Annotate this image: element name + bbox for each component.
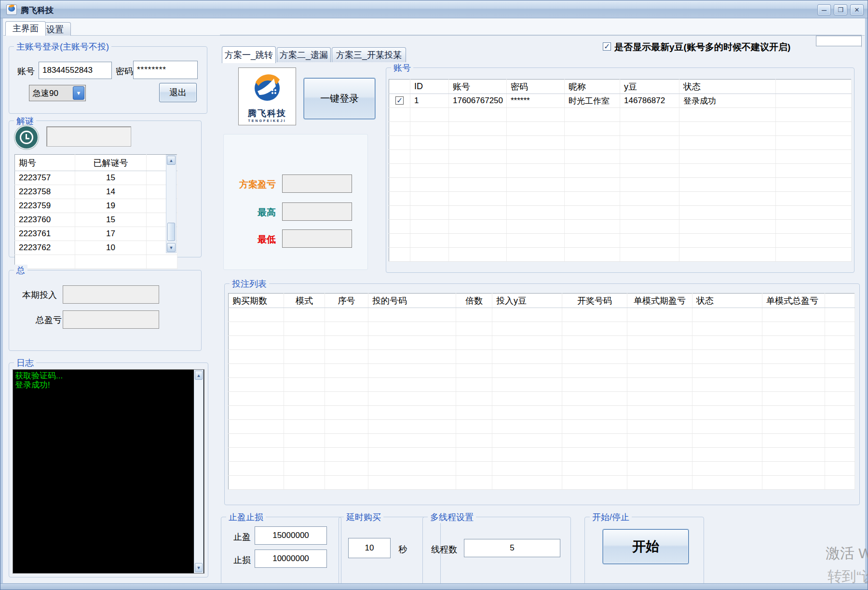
bets-col-status[interactable]: 状态 — [692, 294, 762, 308]
take-profit-label: 止盈 — [233, 531, 251, 543]
bets-col-seq[interactable]: 序号 — [325, 294, 368, 308]
brand-logo: 腾飞科技 TENGFEIKEJI — [238, 67, 296, 125]
empty-row — [389, 248, 852, 262]
table-row[interactable]: 222376210 — [15, 241, 177, 255]
table-row[interactable]: 222376117 — [15, 227, 177, 241]
thread-count-input[interactable]: 5 — [464, 539, 560, 557]
bets-col-draw[interactable]: 开奖号码 — [562, 294, 627, 308]
accounts-col-status[interactable]: 状态 — [679, 80, 776, 94]
empty-row — [389, 108, 852, 122]
window-title: 腾飞科技 — [21, 5, 54, 16]
log-scrollbar[interactable]: ▲ ▼ — [194, 370, 203, 573]
maximize-button-icon[interactable] — [834, 4, 847, 15]
empty-row — [229, 434, 855, 448]
table-row[interactable]: 222375715 — [15, 171, 177, 185]
scheme-max-field — [282, 202, 352, 221]
scroll-up-icon[interactable]: ▲ — [167, 156, 176, 165]
brand-name: 腾飞科技 — [239, 107, 296, 119]
bets-col-mode-total[interactable]: 单模式总盈亏 — [762, 294, 825, 308]
account-input[interactable]: 18344552843 — [39, 62, 112, 79]
puzzle-col-solved[interactable]: 已解谜号 — [75, 155, 147, 171]
tab-scheme-2[interactable]: 方案二_遗漏 — [277, 47, 331, 62]
chevron-down-icon[interactable]: ▼ — [73, 86, 84, 100]
account-label: 账号 — [17, 66, 35, 77]
puzzle-table: 期号 已解谜号 222375715 222375814 222375919 22… — [14, 154, 177, 269]
current-invest-field — [63, 285, 159, 304]
exit-button[interactable]: 退出 — [159, 83, 197, 102]
runner-group-title: 开始/停止 — [590, 511, 632, 523]
puzzle-solved: 19 — [75, 199, 147, 213]
close-button-icon[interactable] — [850, 4, 864, 15]
start-button[interactable]: 开始 — [603, 529, 689, 564]
puzzle-col-period[interactable]: 期号 — [15, 155, 75, 171]
log-console[interactable]: 获取验证码... 登录成功! — [13, 369, 204, 574]
scrollbar-thumb[interactable] — [167, 223, 175, 241]
tab-main[interactable]: 主界面 — [5, 21, 46, 36]
bets-col-multiplier[interactable]: 倍数 — [456, 294, 492, 308]
empty-row — [389, 178, 852, 192]
scheme-max-label: 最高 — [223, 206, 276, 219]
scheme-profit-label: 方案盈亏 — [223, 178, 276, 191]
account-nickname: 时光工作室 — [565, 94, 620, 108]
bets-col-invest[interactable]: 投入y豆 — [492, 294, 562, 308]
show-ydou-checkbox[interactable] — [603, 42, 611, 51]
brand-subtitle: TENGFEIKEJI — [239, 119, 296, 122]
bets-col-mode[interactable]: 模式 — [284, 294, 325, 308]
empty-row — [229, 448, 855, 462]
accounts-col-nickname[interactable]: 昵称 — [565, 80, 620, 94]
puzzle-solved: 17 — [75, 227, 147, 241]
delay-input[interactable]: 10 — [348, 538, 391, 558]
login-group-title: 主账号登录(主账号不投) — [14, 41, 111, 53]
app-logo-icon — [6, 4, 17, 15]
empty-row — [229, 350, 855, 364]
accounts-col-account[interactable]: 账号 — [449, 80, 507, 94]
bets-col-mode-profit[interactable]: 单模式期盈亏 — [627, 294, 692, 308]
title-bar[interactable]: 腾飞科技 — [0, 0, 868, 18]
threads-group-title: 多线程设置 — [428, 511, 476, 523]
history-clock-icon — [14, 125, 39, 149]
accounts-col-id[interactable]: ID — [410, 80, 449, 94]
bets-col-period[interactable]: 购买期数 — [229, 294, 284, 308]
table-row[interactable]: 222375814 — [15, 185, 177, 199]
scroll-up-icon[interactable]: ▲ — [195, 371, 203, 380]
scheme-stats-panel — [223, 134, 368, 270]
puzzle-period: 2223759 — [15, 199, 75, 213]
account-row-checkbox[interactable] — [395, 96, 404, 105]
table-row[interactable]: 222375919 — [15, 199, 177, 213]
stop-loss-input[interactable]: 10000000 — [255, 550, 327, 568]
scroll-down-icon[interactable]: ▼ — [167, 243, 176, 252]
account-ydou: 146786872 — [620, 94, 679, 108]
password-label: 密码 — [116, 66, 133, 77]
password-input[interactable]: ******** — [133, 61, 198, 79]
total-profit-label: 总盈亏 — [36, 314, 62, 326]
risk-group-title: 止盈止损 — [226, 511, 266, 523]
account-number: 17606767250 — [449, 94, 507, 108]
take-profit-input[interactable]: 15000000 — [255, 526, 327, 545]
tab-page-top-border — [220, 35, 862, 35]
bets-col-numbers[interactable]: 投的号码 — [368, 294, 456, 308]
puzzle-input[interactable] — [46, 126, 131, 147]
one-key-login-button[interactable]: 一键登录 — [304, 78, 375, 119]
empty-row — [229, 322, 855, 336]
minimize-button-icon[interactable] — [817, 4, 831, 15]
table-row[interactable]: 222376015 — [15, 213, 177, 227]
account-row[interactable]: 1 17606767250 ****** 时光工作室 146786872 登录成… — [389, 94, 852, 108]
accounts-col-filler — [776, 80, 852, 94]
accounts-col-ydou[interactable]: y豆 — [620, 80, 679, 94]
puzzle-solved: 10 — [75, 241, 147, 255]
total-profit-field — [63, 310, 159, 329]
top-right-input[interactable] — [816, 36, 862, 46]
total-group-title: 总 — [14, 265, 27, 276]
puzzle-period: 2223762 — [15, 241, 75, 255]
puzzle-period: 2223761 — [15, 227, 75, 241]
puzzle-scrollbar[interactable]: ▲ ▼ — [166, 155, 176, 253]
tab-scheme-1[interactable]: 方案一_跳转 — [222, 46, 276, 63]
puzzle-period: 2223757 — [15, 171, 75, 185]
speed-select[interactable]: 急速90 ▼ — [29, 85, 86, 101]
app-window: 腾飞科技 主界面 设置 主账号登录(主账号不投) 账号 18344552843 … — [0, 0, 868, 590]
empty-row — [389, 220, 852, 234]
account-id: 1 — [410, 94, 449, 108]
accounts-col-password[interactable]: 密码 — [507, 80, 565, 94]
tab-scheme-3[interactable]: 方案三_开某投某 — [332, 47, 406, 62]
scroll-down-icon[interactable]: ▼ — [195, 563, 203, 572]
